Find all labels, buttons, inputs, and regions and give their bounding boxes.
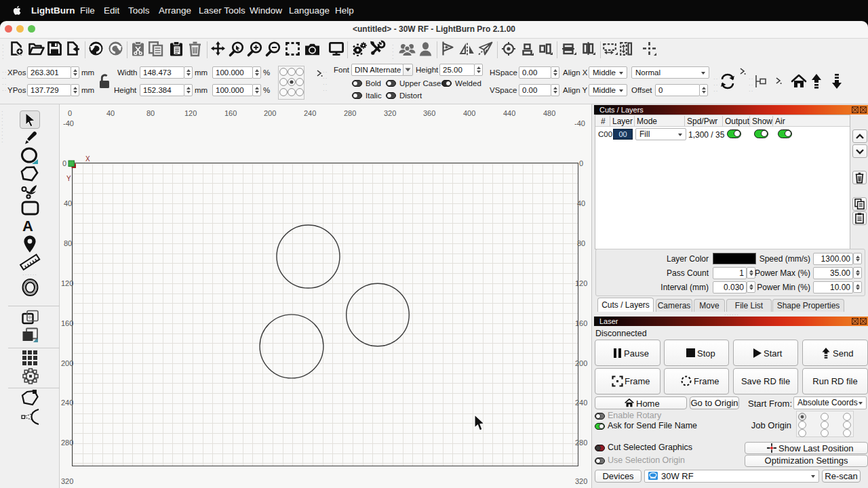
svg-text:X: X xyxy=(85,155,90,163)
svg-text:Y: Y xyxy=(66,175,71,182)
